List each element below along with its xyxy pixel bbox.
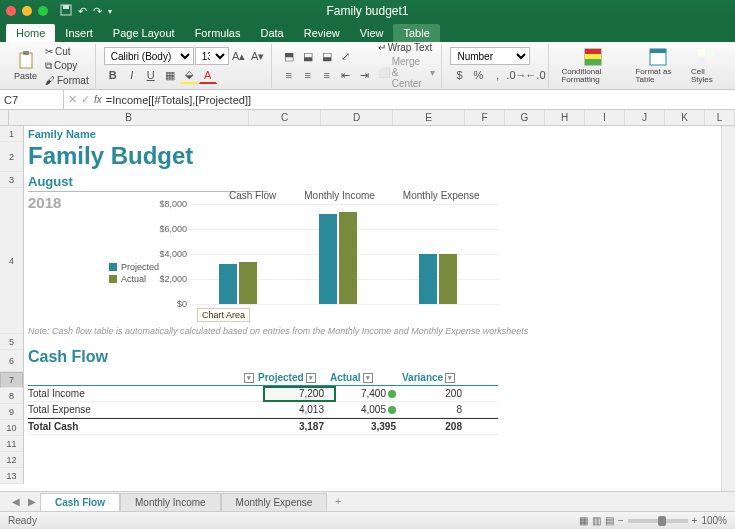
enter-formula-icon[interactable]: ✓: [81, 93, 90, 106]
align-right-icon[interactable]: ≡: [318, 66, 336, 84]
close-window-icon[interactable]: [6, 6, 16, 16]
name-box[interactable]: C7: [0, 90, 64, 109]
currency-icon[interactable]: $: [450, 66, 468, 84]
qat-dropdown-icon[interactable]: ▾: [108, 7, 112, 16]
tab-view[interactable]: View: [350, 24, 394, 42]
align-bottom-icon[interactable]: ⬓: [318, 47, 336, 65]
cut-button[interactable]: ✂ Cut: [43, 45, 91, 58]
column-header[interactable]: E: [393, 110, 465, 125]
zoom-level[interactable]: 100%: [701, 515, 727, 526]
tab-nav-next-icon[interactable]: ▶: [24, 496, 40, 507]
increase-decimal-icon[interactable]: .0→: [507, 66, 525, 84]
cancel-formula-icon[interactable]: ✕: [68, 93, 77, 106]
add-sheet-button[interactable]: +: [327, 496, 349, 507]
column-header[interactable]: G: [505, 110, 545, 125]
row-header[interactable]: 12: [0, 452, 23, 468]
fill-color-button[interactable]: ⬙: [180, 66, 198, 84]
column-header[interactable]: C: [249, 110, 321, 125]
format-painter-button[interactable]: 🖌 Format: [43, 74, 91, 87]
filter-icon[interactable]: ▾: [244, 373, 254, 383]
decrease-font-icon[interactable]: A▾: [249, 47, 267, 65]
font-size-select[interactable]: 13: [195, 47, 229, 65]
view-layout-icon[interactable]: ▥: [592, 515, 601, 526]
conditional-formatting-button[interactable]: Conditional Formatting: [557, 45, 629, 86]
zoom-slider[interactable]: [628, 519, 688, 523]
paste-button[interactable]: Paste: [10, 48, 41, 83]
percent-icon[interactable]: %: [469, 66, 487, 84]
row-header[interactable]: 3: [0, 172, 23, 188]
sheet-tab-cash-flow[interactable]: Cash Flow: [40, 493, 120, 511]
column-header[interactable]: K: [665, 110, 705, 125]
fx-icon[interactable]: fx: [94, 94, 102, 105]
align-top-icon[interactable]: ⬒: [280, 47, 298, 65]
row-header[interactable]: 4: [0, 188, 23, 334]
bold-button[interactable]: B: [104, 66, 122, 84]
increase-font-icon[interactable]: A▴: [230, 47, 248, 65]
tab-home[interactable]: Home: [6, 24, 55, 42]
tab-formulas[interactable]: Formulas: [185, 24, 251, 42]
column-header[interactable]: D: [321, 110, 393, 125]
svg-rect-13: [707, 58, 714, 65]
zoom-window-icon[interactable]: [38, 6, 48, 16]
underline-button[interactable]: U: [142, 66, 160, 84]
indent-increase-icon[interactable]: ⇥: [356, 66, 374, 84]
vertical-scrollbar[interactable]: [721, 126, 735, 491]
column-header[interactable]: J: [625, 110, 665, 125]
tab-data[interactable]: Data: [250, 24, 293, 42]
column-header[interactable]: B: [9, 110, 249, 125]
row-header[interactable]: 6: [0, 350, 23, 372]
comma-icon[interactable]: ,: [488, 66, 506, 84]
filter-icon[interactable]: ▾: [306, 373, 316, 383]
minimize-window-icon[interactable]: [22, 6, 32, 16]
indent-decrease-icon[interactable]: ⇤: [337, 66, 355, 84]
column-header[interactable]: F: [465, 110, 505, 125]
zoom-out-icon[interactable]: −: [618, 515, 624, 526]
wrap-text-button[interactable]: ↵ Wrap Text: [376, 41, 438, 54]
redo-icon[interactable]: ↷: [93, 5, 102, 18]
filter-icon[interactable]: ▾: [363, 373, 373, 383]
row-header[interactable]: 7: [0, 372, 23, 388]
view-normal-icon[interactable]: ▦: [579, 515, 588, 526]
save-icon[interactable]: [60, 4, 72, 18]
tab-insert[interactable]: Insert: [55, 24, 103, 42]
row-header[interactable]: 10: [0, 420, 23, 436]
font-color-button[interactable]: A: [199, 66, 217, 84]
column-header[interactable]: H: [545, 110, 585, 125]
tab-nav-prev-icon[interactable]: ◀: [8, 496, 24, 507]
row-header[interactable]: 1: [0, 126, 23, 142]
align-left-icon[interactable]: ≡: [280, 66, 298, 84]
font-name-select[interactable]: Calibri (Body): [104, 47, 194, 65]
view-pagebreak-icon[interactable]: ▤: [605, 515, 614, 526]
row-header[interactable]: 8: [0, 388, 23, 404]
column-header[interactable]: L: [705, 110, 735, 125]
row-header[interactable]: 11: [0, 436, 23, 452]
format-as-table-button[interactable]: Format as Table: [631, 45, 685, 86]
merge-center-button[interactable]: ⬜ Merge & Center ▾: [376, 55, 438, 90]
row-header[interactable]: 2: [0, 142, 23, 172]
row-header[interactable]: 5: [0, 334, 23, 350]
cell-styles-button[interactable]: Cell Styles: [687, 45, 725, 86]
zoom-in-icon[interactable]: +: [692, 515, 698, 526]
tab-table[interactable]: Table: [393, 24, 439, 42]
tab-review[interactable]: Review: [294, 24, 350, 42]
row-header[interactable]: 13: [0, 468, 23, 484]
orientation-icon[interactable]: ⤢: [337, 47, 355, 65]
select-all-corner[interactable]: [0, 110, 9, 125]
formula-input[interactable]: =Income[[#Totals],[Projected]]: [106, 94, 731, 106]
align-center-icon[interactable]: ≡: [299, 66, 317, 84]
copy-button[interactable]: ⧉ Copy: [43, 59, 91, 73]
chart[interactable]: Cash Flow Monthly Income Monthly Expense…: [109, 190, 509, 320]
decrease-decimal-icon[interactable]: ←.0: [526, 66, 544, 84]
worksheet[interactable]: 12345678910111213141516 Family Name Fami…: [0, 126, 735, 484]
sheet-tab-monthly-expense[interactable]: Monthly Expense: [221, 493, 328, 511]
italic-button[interactable]: I: [123, 66, 141, 84]
number-format-select[interactable]: Number: [450, 47, 530, 65]
undo-icon[interactable]: ↶: [78, 5, 87, 18]
tab-page-layout[interactable]: Page Layout: [103, 24, 185, 42]
row-header[interactable]: 9: [0, 404, 23, 420]
align-middle-icon[interactable]: ⬓: [299, 47, 317, 65]
column-header[interactable]: I: [585, 110, 625, 125]
filter-icon[interactable]: ▾: [445, 373, 455, 383]
sheet-tab-monthly-income[interactable]: Monthly Income: [120, 493, 221, 511]
border-button[interactable]: ▦: [161, 66, 179, 84]
